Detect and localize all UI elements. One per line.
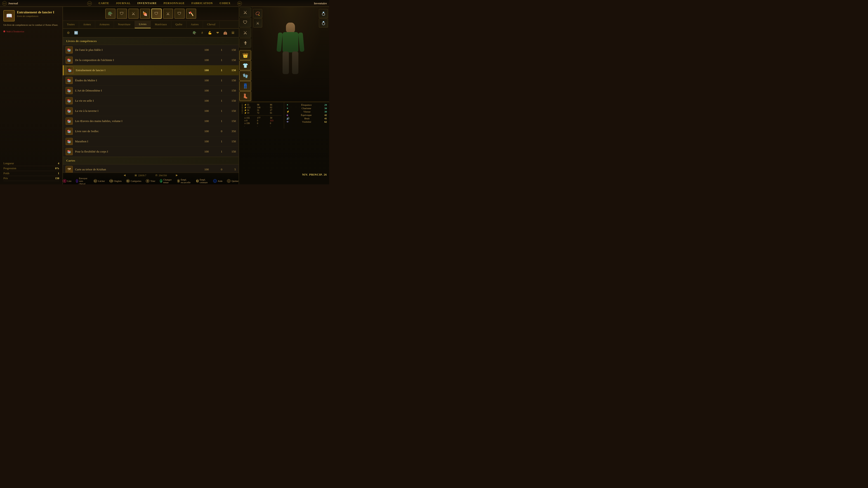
sort-hash-icon[interactable]: # (199, 30, 206, 36)
action-lire[interactable]: ✕ Lire (63, 179, 71, 183)
action-trier[interactable]: ✦ Trier (146, 179, 155, 183)
action-changer-tenue[interactable]: △ Changer tenue (160, 178, 173, 184)
armor-v1-r3: ⚡34 (244, 109, 256, 111)
nav-journal[interactable]: JOURNAL (116, 2, 131, 5)
table-row[interactable]: 📚 Études du Maître I 100 1 150 (63, 75, 239, 86)
equip-slot-head[interactable]: 👑 (239, 51, 251, 60)
equipment-sidebar: ⚔ 🛡 ⚔ 🗡 👑 👕 🧤 👖 👢 (239, 7, 252, 102)
char-leg-left (283, 52, 289, 74)
tab-materiaux[interactable]: Matériaux (151, 21, 171, 28)
tab-nourriture[interactable]: Nourriture (114, 21, 135, 28)
journal-nav-icon: L2 (2, 1, 7, 6)
table-row[interactable]: 🗺 Carte au trésor de Krizhan 100 0 5 (63, 164, 239, 173)
item-stats: Longueur 4 Progression 0% Poids 1 Prix 1… (3, 161, 59, 181)
action-lacher[interactable]: L1 Lâcher (94, 179, 105, 183)
table-row[interactable]: 📚 Pour la flexibilité du corps I 100 1 1… (63, 147, 239, 157)
cat-sword-2[interactable]: ⚔ (163, 8, 173, 19)
item-icon-1: 📚 (66, 57, 73, 64)
section-cartes: Cartes (63, 157, 239, 164)
action-categories[interactable]: R1 Catégories (126, 179, 141, 183)
equip-slot-3[interactable]: 🗡 (239, 38, 251, 48)
armor-v2-r3: 31 (257, 109, 269, 111)
item-icon-5: 📚 (66, 97, 73, 104)
attr-eloquence: ✦ Éloquence 29 (286, 103, 327, 106)
item-description: Un livre de compétences sur le combat à … (3, 23, 59, 27)
action-ceinture[interactable]: R2 Empl. ceinture (196, 178, 209, 184)
equip-slot-extra[interactable]: ⚔ (253, 19, 262, 28)
action-onglets[interactable]: L1R1 Onglets (110, 179, 122, 183)
equip-slot-body[interactable]: 👕 (239, 61, 251, 70)
equip-slot-legs[interactable]: 👖 (239, 81, 251, 91)
equip-slot-hands[interactable]: 🧤 (239, 71, 251, 80)
equip-slot-1[interactable]: 🛡 (239, 18, 251, 27)
table-row[interactable]: 📚 Livre rare de Sedlec 100 0 350 (63, 126, 239, 136)
tab-toutes[interactable]: Toutes (63, 21, 79, 28)
attr-visibilite: 👁 Visibilité 62 (286, 121, 327, 123)
table-row[interactable]: 📚 Les Œuvres des mains habiles, volume I… (63, 116, 239, 126)
nav-carte[interactable]: CARTE (98, 2, 109, 5)
top-bar-right: Inventaire (314, 2, 327, 5)
equip-slot-neck[interactable]: 📿 (253, 9, 262, 18)
tab-autres[interactable]: Autres (187, 21, 203, 28)
sort-coin-icon[interactable]: 🏛 (230, 30, 237, 36)
table-row[interactable]: 📚 L'Art de Démosthène I 100 1 150 (63, 86, 239, 96)
item-icon-4: 📚 (66, 87, 73, 94)
equip-slot-feet[interactable]: 👢 (239, 91, 251, 101)
filter-icon[interactable]: ⚙ (65, 30, 72, 36)
nav-codex[interactable]: CODEX (219, 2, 230, 5)
action-envoyer-cheval[interactable]: □ Envoyer vers cheval (76, 177, 89, 184)
equip-slot-2[interactable]: ⚔ (239, 28, 251, 37)
item-icon-9: 📚 (66, 138, 73, 145)
weight-display: ⚖ 294/350 (155, 174, 167, 177)
cat-shoulder[interactable]: 🛡 (117, 8, 127, 19)
char-arm-left (277, 32, 283, 52)
square-button: □ (76, 179, 78, 183)
cat-armor[interactable]: ⚔ (128, 8, 138, 19)
sort-alpha-icon[interactable]: 🔤 (73, 30, 80, 36)
nav-fabrication[interactable]: FABRICATION (191, 2, 213, 5)
gold-display: 🏛 22639.7 (134, 174, 146, 177)
r2-ceinture-button: R2 (196, 179, 199, 183)
footer-actions: ✕ Lire □ Envoyer vers cheval L1 Lâcher L… (63, 177, 239, 184)
cat-food[interactable]: 🍖 (140, 8, 150, 19)
arrow-right[interactable]: ▶ (176, 174, 178, 177)
table-row[interactable]: 📚 La vie en selle I 100 1 150 (63, 96, 239, 106)
tab-cheval[interactable]: Cheval (203, 21, 220, 28)
sort-helmet-icon[interactable]: 🪖 (191, 30, 198, 36)
equip-slot-ring1[interactable]: 💍 (319, 9, 328, 18)
cat-axe[interactable]: 🪓 (186, 8, 196, 19)
attributes-list: ✦ Éloquence 29 ✦ Charisme 30 ⚡ Vitesse 3… (286, 103, 327, 123)
armor-v1-r4: ⚡59 (244, 111, 256, 114)
action-aide[interactable]: ○ Aide (213, 179, 222, 183)
table-row[interactable]: 📚 La vie à la taverne I 100 1 150 (63, 106, 239, 116)
character-display: 💍 💍 📿 ⚔ (252, 7, 329, 102)
cat-helmet[interactable]: 🪖 (105, 8, 116, 19)
table-row[interactable]: 📚 De l'ami le plus fidèle I 100 1 150 (63, 45, 239, 55)
nav-inventaire[interactable]: INVENTAIRE (137, 2, 157, 5)
table-row-selected[interactable]: 📚 Entraînement de lancier I 100 1 150 (63, 65, 239, 75)
action-escarcelle[interactable]: R Empl. escarcelle (177, 178, 191, 184)
item-icon-10: 📚 (66, 148, 73, 155)
tab-armes[interactable]: Armes (79, 21, 95, 28)
attr-equivoque: ◈ Équivoque 42 (286, 113, 327, 117)
table-row[interactable]: 📚 Marathon I 100 1 150 (63, 136, 239, 147)
item-location: Volé à Troskovice (3, 30, 59, 33)
tab-armures[interactable]: Armures (95, 21, 114, 28)
table-row[interactable]: 📚 De la composition de l'alchimie I 100 … (63, 55, 239, 65)
action-quitter[interactable]: ○ Quitter (227, 179, 239, 183)
nav-personnage[interactable]: PERSONNAGE (164, 2, 185, 5)
cat-shield-3[interactable]: 🛡 (175, 8, 185, 19)
sort-bag-icon[interactable]: 👜 (222, 30, 229, 36)
tab-livres[interactable]: Livres (135, 21, 151, 28)
cat-shield-2[interactable]: 🛡 (151, 8, 162, 19)
filter-tabs: Toutes Armes Armures Nourriture Livres M… (63, 21, 239, 29)
equip-slot-ring2[interactable]: 💍 (319, 19, 328, 28)
level-display: NIV. PRINCIP. 26 (302, 172, 327, 176)
tab-quete[interactable]: Quête (171, 21, 187, 28)
armor-v1-r2: ⚡153 (244, 106, 256, 109)
equip-slot-0[interactable]: ⚔ (239, 7, 251, 17)
sort-heart-icon[interactable]: ❤ (214, 30, 221, 36)
sort-strength-icon[interactable]: 💪 (207, 30, 213, 36)
item-icon-7: 📚 (66, 118, 73, 125)
arrow-left[interactable]: ◀ (124, 174, 125, 177)
